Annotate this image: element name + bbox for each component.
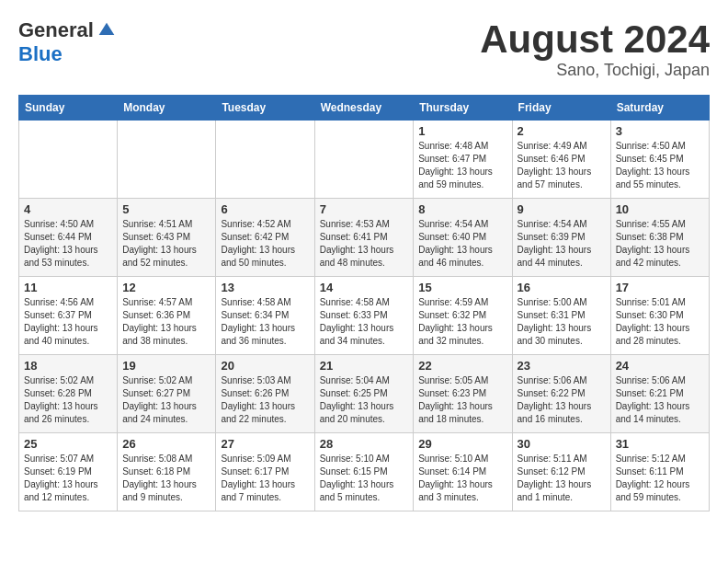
- calendar-header-tuesday: Tuesday: [216, 96, 314, 121]
- location-subtitle: Sano, Tochigi, Japan: [480, 61, 710, 80]
- day-info: Sunrise: 5:05 AM Sunset: 6:23 PM Dayligh…: [418, 374, 506, 426]
- day-info: Sunrise: 5:06 AM Sunset: 6:22 PM Dayligh…: [518, 374, 606, 426]
- calendar-cell: 1Sunrise: 4:48 AM Sunset: 6:47 PM Daylig…: [414, 121, 512, 199]
- day-number: 10: [616, 202, 704, 216]
- calendar-cell: 5Sunrise: 4:51 AM Sunset: 6:43 PM Daylig…: [118, 199, 216, 277]
- day-number: 12: [122, 281, 210, 294]
- day-info: Sunrise: 4:53 AM Sunset: 6:41 PM Dayligh…: [320, 218, 409, 270]
- day-info: Sunrise: 5:10 AM Sunset: 6:15 PM Dayligh…: [320, 453, 409, 504]
- day-info: Sunrise: 5:01 AM Sunset: 6:30 PM Dayligh…: [616, 296, 704, 348]
- day-info: Sunrise: 4:50 AM Sunset: 6:45 PM Dayligh…: [616, 140, 704, 191]
- calendar-cell: 21Sunrise: 5:04 AM Sunset: 6:25 PM Dayli…: [314, 355, 414, 433]
- calendar-cell: 4Sunrise: 4:50 AM Sunset: 6:44 PM Daylig…: [19, 199, 118, 277]
- calendar-cell: 16Sunrise: 5:00 AM Sunset: 6:31 PM Dayli…: [512, 277, 610, 355]
- calendar-cell: 11Sunrise: 4:56 AM Sunset: 6:37 PM Dayli…: [19, 277, 118, 355]
- calendar-cell: 22Sunrise: 5:05 AM Sunset: 6:23 PM Dayli…: [414, 355, 512, 433]
- calendar-header-saturday: Saturday: [610, 96, 709, 121]
- day-number: 27: [221, 437, 309, 451]
- day-number: 16: [518, 281, 606, 294]
- day-number: 29: [418, 437, 506, 451]
- calendar-cell: 3Sunrise: 4:50 AM Sunset: 6:45 PM Daylig…: [610, 121, 709, 199]
- day-number: 22: [418, 359, 506, 373]
- title-block: August 2024 Sano, Tochigi, Japan: [480, 18, 710, 80]
- day-info: Sunrise: 4:51 AM Sunset: 6:43 PM Dayligh…: [122, 218, 210, 270]
- day-info: Sunrise: 5:12 AM Sunset: 6:11 PM Dayligh…: [616, 453, 704, 504]
- day-info: Sunrise: 5:04 AM Sunset: 6:25 PM Dayligh…: [320, 374, 409, 426]
- calendar-cell: 2Sunrise: 4:49 AM Sunset: 6:46 PM Daylig…: [512, 121, 610, 199]
- day-info: Sunrise: 5:11 AM Sunset: 6:12 PM Dayligh…: [518, 453, 606, 504]
- calendar-week-row: 11Sunrise: 4:56 AM Sunset: 6:37 PM Dayli…: [19, 277, 710, 355]
- calendar-cell: 7Sunrise: 4:53 AM Sunset: 6:41 PM Daylig…: [314, 199, 414, 277]
- day-number: 5: [122, 202, 210, 216]
- calendar-cell: 19Sunrise: 5:02 AM Sunset: 6:27 PM Dayli…: [118, 355, 216, 433]
- day-info: Sunrise: 5:02 AM Sunset: 6:27 PM Dayligh…: [122, 374, 210, 426]
- calendar-header-row: SundayMondayTuesdayWednesdayThursdayFrid…: [19, 96, 710, 121]
- day-number: 25: [24, 437, 112, 451]
- day-info: Sunrise: 5:02 AM Sunset: 6:28 PM Dayligh…: [24, 374, 112, 426]
- calendar-cell: 30Sunrise: 5:11 AM Sunset: 6:12 PM Dayli…: [512, 433, 610, 511]
- day-info: Sunrise: 5:09 AM Sunset: 6:17 PM Dayligh…: [221, 453, 309, 504]
- logo: General Blue: [18, 18, 116, 66]
- calendar-header-wednesday: Wednesday: [314, 96, 414, 121]
- logo-general-text: General: [18, 18, 94, 42]
- day-number: 17: [616, 281, 704, 294]
- day-info: Sunrise: 4:50 AM Sunset: 6:44 PM Dayligh…: [24, 218, 112, 270]
- day-number: 31: [616, 437, 704, 451]
- calendar-cell: 14Sunrise: 4:58 AM Sunset: 6:33 PM Dayli…: [314, 277, 414, 355]
- calendar-week-row: 4Sunrise: 4:50 AM Sunset: 6:44 PM Daylig…: [19, 199, 710, 277]
- calendar-cell: 8Sunrise: 4:54 AM Sunset: 6:40 PM Daylig…: [414, 199, 512, 277]
- logo-blue-text: Blue: [18, 42, 63, 66]
- calendar-cell: 23Sunrise: 5:06 AM Sunset: 6:22 PM Dayli…: [512, 355, 610, 433]
- calendar-cell: 20Sunrise: 5:03 AM Sunset: 6:26 PM Dayli…: [216, 355, 314, 433]
- day-number: 26: [122, 437, 210, 451]
- day-number: 14: [320, 281, 409, 294]
- day-info: Sunrise: 4:57 AM Sunset: 6:36 PM Dayligh…: [122, 296, 210, 348]
- calendar-cell: 26Sunrise: 5:08 AM Sunset: 6:18 PM Dayli…: [118, 433, 216, 511]
- month-year-title: August 2024: [480, 18, 710, 61]
- calendar-header-friday: Friday: [512, 96, 610, 121]
- day-info: Sunrise: 4:48 AM Sunset: 6:47 PM Dayligh…: [418, 140, 506, 191]
- calendar-header-thursday: Thursday: [414, 96, 512, 121]
- calendar-cell: 25Sunrise: 5:07 AM Sunset: 6:19 PM Dayli…: [19, 433, 118, 511]
- day-info: Sunrise: 4:49 AM Sunset: 6:46 PM Dayligh…: [518, 140, 606, 191]
- day-number: 1: [418, 124, 506, 138]
- calendar-cell: 24Sunrise: 5:06 AM Sunset: 6:21 PM Dayli…: [610, 355, 709, 433]
- day-number: 24: [616, 359, 704, 373]
- day-number: 13: [221, 281, 309, 294]
- calendar-cell: [118, 121, 216, 199]
- day-number: 15: [418, 281, 506, 294]
- calendar-cell: [314, 121, 414, 199]
- calendar-cell: 12Sunrise: 4:57 AM Sunset: 6:36 PM Dayli…: [118, 277, 216, 355]
- calendar-cell: 13Sunrise: 4:58 AM Sunset: 6:34 PM Dayli…: [216, 277, 314, 355]
- calendar-cell: [216, 121, 314, 199]
- calendar-header-monday: Monday: [118, 96, 216, 121]
- day-number: 6: [221, 202, 309, 216]
- day-info: Sunrise: 4:54 AM Sunset: 6:39 PM Dayligh…: [518, 218, 606, 270]
- day-number: 7: [320, 202, 409, 216]
- day-number: 8: [418, 202, 506, 216]
- calendar-week-row: 1Sunrise: 4:48 AM Sunset: 6:47 PM Daylig…: [19, 121, 710, 199]
- calendar-cell: 15Sunrise: 4:59 AM Sunset: 6:32 PM Dayli…: [414, 277, 512, 355]
- calendar-cell: 28Sunrise: 5:10 AM Sunset: 6:15 PM Dayli…: [314, 433, 414, 511]
- page-header: General Blue August 2024 Sano, Tochigi, …: [18, 18, 710, 80]
- calendar-cell: 29Sunrise: 5:10 AM Sunset: 6:14 PM Dayli…: [414, 433, 512, 511]
- day-info: Sunrise: 5:08 AM Sunset: 6:18 PM Dayligh…: [122, 453, 210, 504]
- day-info: Sunrise: 4:58 AM Sunset: 6:33 PM Dayligh…: [320, 296, 409, 348]
- day-info: Sunrise: 4:52 AM Sunset: 6:42 PM Dayligh…: [221, 218, 309, 270]
- calendar-table: SundayMondayTuesdayWednesdayThursdayFrid…: [18, 95, 710, 511]
- day-number: 21: [320, 359, 409, 373]
- logo-icon: [97, 21, 116, 40]
- day-number: 3: [616, 124, 704, 138]
- calendar-cell: 31Sunrise: 5:12 AM Sunset: 6:11 PM Dayli…: [610, 433, 709, 511]
- day-number: 23: [518, 359, 606, 373]
- day-info: Sunrise: 4:54 AM Sunset: 6:40 PM Dayligh…: [418, 218, 506, 270]
- calendar-cell: [19, 121, 118, 199]
- day-number: 30: [518, 437, 606, 451]
- day-number: 4: [24, 202, 112, 216]
- day-info: Sunrise: 5:00 AM Sunset: 6:31 PM Dayligh…: [518, 296, 606, 348]
- calendar-header-sunday: Sunday: [19, 96, 118, 121]
- day-info: Sunrise: 5:03 AM Sunset: 6:26 PM Dayligh…: [221, 374, 309, 426]
- calendar-cell: 10Sunrise: 4:55 AM Sunset: 6:38 PM Dayli…: [610, 199, 709, 277]
- day-info: Sunrise: 4:56 AM Sunset: 6:37 PM Dayligh…: [24, 296, 112, 348]
- calendar-week-row: 25Sunrise: 5:07 AM Sunset: 6:19 PM Dayli…: [19, 433, 710, 511]
